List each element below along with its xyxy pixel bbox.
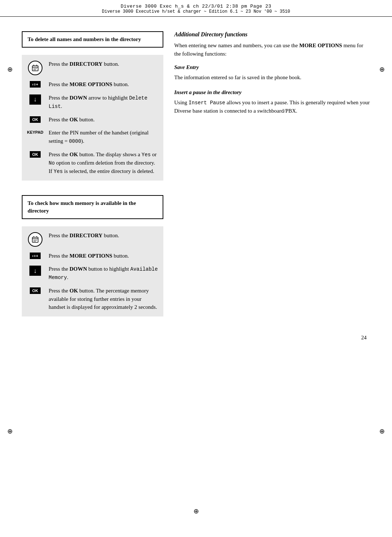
step-row: ↓ Press the DOWN arrow to highlight Dele…: [27, 94, 158, 110]
main-content: To delete all names and numbers in the d…: [0, 17, 392, 195]
bold-label: OK: [70, 117, 78, 122]
save-entry-title: Save Entry: [174, 64, 370, 70]
step-row: KEYPAD Enter the PIN number of the hands…: [27, 129, 158, 145]
monospace-yes: Yes: [142, 152, 151, 158]
more-options-icon: ›≡+: [30, 81, 41, 88]
more-options-icon-2: ›≡+: [30, 253, 41, 259]
step-text: Press the OK button. The percentage memo…: [49, 287, 158, 311]
step-text: Press the MORE OPTIONS button.: [49, 80, 158, 89]
save-entry-body: The information entered so far is saved …: [174, 73, 370, 82]
directory-icon-2: [28, 232, 42, 247]
step-row: OK Press the OK button. The display show…: [27, 150, 158, 175]
step-icon-cell: ↓: [27, 265, 44, 276]
step-text: Enter the PIN number of the handset (ori…: [49, 129, 158, 145]
bottom-right-column: [174, 195, 370, 316]
monospace-text: DeleteList: [49, 95, 147, 109]
monospace-available: AvailableMemory: [49, 266, 158, 280]
bold-label: OK: [70, 288, 78, 294]
down-arrow-icon: ↓: [29, 94, 41, 105]
bold-label: MORE OPTIONS: [70, 253, 113, 259]
step-icon-cell: ↓: [27, 94, 44, 105]
ok-icon-3: OK: [30, 287, 41, 294]
left-column: To delete all names and numbers in the d…: [22, 31, 163, 181]
step-icon-cell: OK: [27, 116, 44, 123]
step-row: OK Press the OK button. The percentage m…: [27, 287, 158, 311]
reg-mark-right-bottom: ⊕: [379, 427, 385, 435]
monospace-yes2: Yes: [54, 169, 63, 174]
more-options-bold: MORE OPTIONS: [299, 43, 342, 48]
bold-label: DOWN: [70, 266, 87, 272]
bottom-left-column: To check how much memory is available in…: [22, 195, 163, 316]
delete-section-title: To delete all names and numbers in the d…: [22, 31, 163, 48]
step-row: Press the DIRECTORY button.: [27, 231, 158, 247]
page-header: Diverse 3000 Exec h_s & ch 22/3/01 2:38 …: [0, 0, 392, 17]
additional-body: When entering new names and numbers, you…: [174, 41, 370, 58]
bottom-section: To check how much memory is available in…: [0, 195, 392, 331]
bold-label: DIRECTORY: [70, 233, 103, 238]
memory-section-title: To check how much memory is available in…: [22, 195, 163, 219]
page-number: 24: [0, 331, 392, 348]
page-wrapper: ⊕ ⊕ ⊕ ⊕ ⊕ Diverse 3000 Exec h_s & ch 22/…: [0, 0, 392, 537]
ok-icon-2: OK: [30, 151, 41, 158]
step-text: Press the DIRECTORY button.: [49, 60, 158, 68]
header-line1: Diverse 3000 Exec h_s & ch 22/3/01 2:38 …: [22, 4, 370, 9]
step-row: ›≡+ Press the MORE OPTIONS button.: [27, 252, 158, 260]
reg-mark-left-top: ⊕: [7, 65, 13, 73]
reg-mark-bottom-center: ⊕: [193, 507, 199, 515]
step-text: Press the OK button. The display shows a…: [49, 150, 158, 175]
step-icon-cell: OK: [27, 287, 44, 294]
bold-label: DOWN: [70, 95, 87, 101]
delete-steps-area: Press the DIRECTORY button. ›≡+ Press th…: [22, 55, 163, 181]
insert-pause-body: Using Insert Pause allows you to insert …: [174, 98, 370, 115]
step-row: ↓ Press the DOWN button to highlight Ava…: [27, 265, 158, 282]
keypad-icon: KEYPAD: [27, 129, 43, 134]
step-icon-cell: ›≡+: [27, 252, 44, 259]
down-arrow-icon-2: ↓: [29, 266, 41, 276]
svg-rect-6: [32, 237, 38, 242]
step-text: Press the DIRECTORY button.: [49, 231, 158, 240]
monospace-pin: 0000: [69, 138, 81, 144]
bold-label: MORE OPTIONS: [70, 81, 113, 87]
step-text: Press the MORE OPTIONS button.: [49, 252, 158, 260]
step-icon-cell: [27, 60, 44, 75]
bold-label: OK: [70, 152, 78, 157]
step-icon-cell: KEYPAD: [27, 129, 44, 134]
reg-mark-right-top: ⊕: [379, 65, 385, 73]
step-row: ›≡+ Press the MORE OPTIONS button.: [27, 80, 158, 89]
step-row: OK Press the OK button.: [27, 116, 158, 124]
step-text: Press the DOWN arrow to highlight Delete…: [49, 94, 158, 110]
right-column: Additional Directory functions When ente…: [174, 31, 370, 181]
ok-icon: OK: [30, 116, 41, 123]
memory-steps-area: Press the DIRECTORY button. ›≡+ Press th…: [22, 226, 163, 316]
step-row: Press the DIRECTORY button.: [27, 60, 158, 75]
step-text: Press the DOWN button to highlight Avail…: [49, 265, 158, 282]
reg-mark-left-bottom: ⊕: [7, 427, 13, 435]
bold-label: DIRECTORY: [70, 61, 103, 67]
monospace-no: No: [49, 160, 55, 166]
step-icon-cell: OK: [27, 150, 44, 158]
directory-icon: [28, 61, 42, 75]
step-icon-cell: ›≡+: [27, 80, 44, 88]
step-text: Press the OK button.: [49, 116, 158, 124]
step-icon-cell: [27, 231, 44, 247]
additional-title: Additional Directory functions: [174, 31, 370, 38]
header-line2: Diverse 3000 Executive h/set & charger ~…: [22, 9, 370, 14]
monospace-insert-pause: Insert Pause: [189, 100, 225, 106]
insert-pause-title: Insert a pause in the directory: [174, 89, 370, 96]
svg-rect-0: [32, 66, 38, 71]
